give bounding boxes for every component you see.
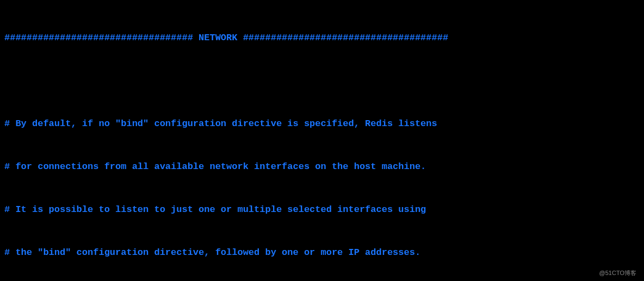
watermark-text: @51CTO博客 (599, 268, 636, 278)
section-header-line: ################################## NETWO… (4, 31, 640, 45)
comment-line: # It is possible to listen to just one o… (4, 203, 640, 217)
comment-line: # the "bind" configuration directive, fo… (4, 246, 640, 260)
comment-line: # for connections from all available net… (4, 160, 640, 174)
terminal-editor[interactable]: ################################## NETWO… (4, 2, 640, 281)
comment-line: # By default, if no "bind" configuration… (4, 117, 640, 131)
blank-line (4, 74, 640, 88)
